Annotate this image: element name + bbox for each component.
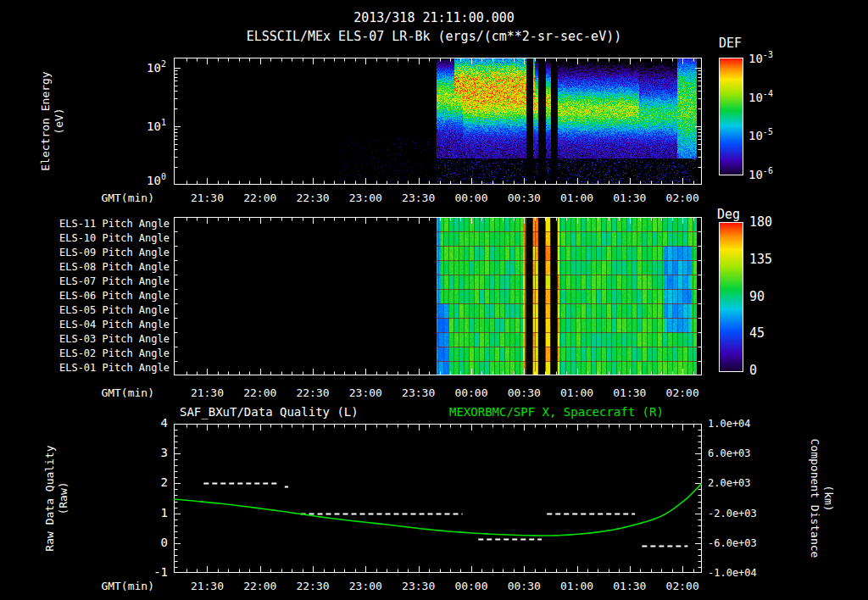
def-colorbar-tick-label: 10-4 — [748, 89, 773, 104]
timeseries-canvas — [174, 424, 702, 573]
distance-tick-label: 1.0e+04 — [708, 418, 751, 430]
pitch-row-label: ELS-11 Pitch Angle — [44, 218, 170, 231]
distance-tick-label: -1.0e+04 — [708, 567, 757, 579]
x-tick-label: 01:00 — [552, 192, 603, 204]
def-colorbar-tick-label: 10-6 — [748, 166, 773, 181]
x-tick-label: 22:30 — [287, 192, 338, 204]
x-tick-label: 21:30 — [181, 192, 232, 204]
x-tick-label: 23:00 — [340, 192, 391, 204]
quality-tick-label: -1 — [127, 565, 168, 579]
distance-tick-label: -2.0e+03 — [708, 508, 757, 519]
pitch-row-label: ELS-04 Pitch Angle — [44, 319, 170, 331]
x-tick-label: 01:00 — [552, 386, 603, 399]
component-distance-axis-label: (km) Component Distance — [806, 414, 835, 583]
pitch-row-label: ELS-09 Pitch Angle — [44, 247, 170, 259]
gmt-label-spectrogram: GMT(min) — [83, 192, 154, 204]
quality-tick-label: 4 — [127, 416, 168, 430]
axis-label-line: (eV) — [53, 53, 66, 189]
plot-screen: 2013/318 21:11:00.000 ELSSCIL/MEx ELS-07… — [0, 0, 868, 600]
x-tick-label: 00:00 — [446, 192, 497, 204]
x-tick-label: 22:30 — [287, 580, 338, 592]
x-tick-label: 21:30 — [181, 580, 232, 592]
left-series-title: SAF_BXuT/Data Quality (L) — [180, 405, 359, 419]
energy-tick-label: 100 — [124, 172, 166, 187]
quality-tick-label: 1 — [127, 506, 168, 519]
deg-colorbar-title: Deg — [717, 207, 740, 222]
pitch-row-label: ELS-02 Pitch Angle — [44, 347, 170, 360]
x-tick-label: 23:00 — [340, 580, 391, 592]
x-tick-label: 23:30 — [393, 580, 444, 592]
right-series-title: MEXORBMC/SPF X, Spacecraft (R) — [449, 405, 664, 419]
def-colorbar-title: DEF — [719, 36, 742, 51]
pitch-row-label: ELS-07 Pitch Angle — [44, 275, 170, 288]
pitch-row-label: ELS-03 Pitch Angle — [44, 333, 170, 346]
raw-quality-axis-label: Raw Data Quality (Raw) — [43, 422, 72, 575]
def-colorbar — [719, 58, 743, 175]
x-tick-label: 22:00 — [235, 192, 286, 204]
x-tick-label: 23:30 — [393, 192, 444, 204]
x-tick-label: 00:00 — [446, 580, 497, 592]
distance-tick-label: 6.0e+03 — [708, 447, 751, 459]
x-tick-label: 22:00 — [235, 386, 286, 399]
axis-label-line: (km) — [821, 414, 835, 583]
quality-tick-label: 2 — [127, 475, 168, 489]
spectrogram-canvas — [174, 58, 702, 185]
header-timestamp: 2013/318 21:11:00.000 — [0, 10, 868, 25]
pitch-row-label: ELS-10 Pitch Angle — [44, 232, 170, 245]
x-tick-label: 02:00 — [657, 386, 708, 399]
def-colorbar-tick-label: 10-3 — [748, 50, 773, 65]
x-tick-label: 00:30 — [498, 580, 549, 592]
x-tick-label: 22:30 — [287, 386, 338, 399]
energy-tick-label: 102 — [124, 59, 166, 75]
gmt-label-pitch: GMT(min) — [83, 386, 154, 399]
deg-colorbar-tick-label: 45 — [749, 325, 765, 341]
pitch-angle-canvas — [174, 217, 702, 375]
distance-tick-label: -6.0e+03 — [708, 537, 757, 549]
quality-tick-label: 3 — [127, 446, 168, 459]
pitch-row-label: ELS-01 Pitch Angle — [44, 362, 170, 375]
axis-label-line: Raw Data Quality — [43, 422, 57, 575]
pitch-row-label: ELS-06 Pitch Angle — [44, 290, 170, 303]
pitch-row-label: ELS-05 Pitch Angle — [44, 304, 170, 317]
def-colorbar-tick-label: 10-5 — [748, 127, 773, 142]
x-tick-label: 21:30 — [181, 386, 232, 399]
pitch-row-label: ELS-08 Pitch Angle — [44, 261, 170, 274]
x-tick-label: 01:30 — [604, 192, 655, 204]
x-tick-label: 01:30 — [604, 386, 655, 399]
x-tick-label: 00:30 — [498, 386, 549, 399]
deg-colorbar — [719, 222, 743, 372]
energy-tick-label: 101 — [124, 118, 166, 133]
axis-label-line: Electron Energy — [39, 53, 53, 189]
distance-tick-label: 2.0e+03 — [708, 477, 751, 489]
x-tick-label: 23:30 — [393, 386, 444, 399]
x-tick-label: 01:30 — [604, 580, 655, 592]
axis-label-line: Component Distance — [808, 414, 821, 583]
x-tick-label: 01:00 — [552, 580, 603, 592]
axis-label-line: (Raw) — [57, 422, 70, 575]
x-tick-label: 00:00 — [446, 386, 497, 399]
x-tick-label: 00:30 — [498, 192, 549, 204]
x-tick-label: 02:00 — [657, 192, 708, 204]
deg-colorbar-tick-label: 180 — [749, 214, 772, 230]
quality-tick-label: 0 — [127, 536, 168, 549]
x-tick-label: 02:00 — [657, 580, 708, 592]
x-tick-label: 23:00 — [340, 386, 391, 399]
deg-colorbar-tick-label: 0 — [749, 363, 757, 378]
deg-colorbar-tick-label: 135 — [749, 252, 772, 267]
gmt-label-timeseries: GMT(min) — [83, 580, 154, 592]
x-tick-label: 22:00 — [235, 580, 286, 592]
deg-colorbar-tick-label: 90 — [749, 289, 765, 304]
energy-axis-label: Electron Energy (eV) — [39, 53, 68, 189]
